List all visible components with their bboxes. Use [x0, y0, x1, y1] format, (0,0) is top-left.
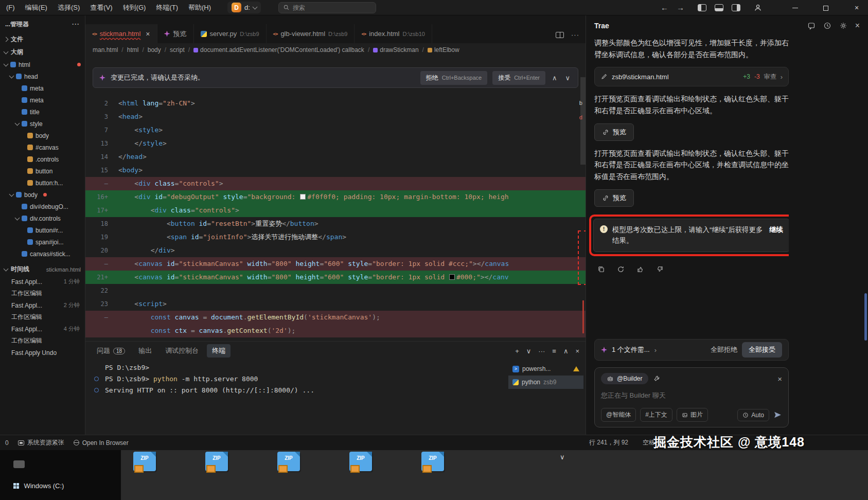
workspace-switcher[interactable]: D d:: [227, 2, 261, 13]
timeline-item[interactable]: Fast Appl...1 分钟: [0, 276, 85, 288]
filter-icon[interactable]: ≡: [552, 347, 556, 355]
copy-icon[interactable]: [594, 263, 608, 276]
new-chat-icon[interactable]: [807, 22, 816, 30]
section-outline[interactable]: 大纲: [0, 46, 85, 59]
section-files[interactable]: 文件: [0, 33, 85, 46]
more-actions-icon[interactable]: ···: [571, 31, 579, 39]
regenerate-icon[interactable]: [614, 263, 627, 276]
settings-gear-icon[interactable]: [839, 22, 847, 30]
menu-item[interactable]: 编辑(E): [20, 0, 52, 15]
code-editor[interactable]: 变更已完成，请确认是否采纳。 拒绝 Ctrl+Backspace 接受 Ctrl…: [85, 57, 586, 341]
panel-tab[interactable]: 输出: [133, 344, 157, 358]
code-line[interactable]: 18 <button id="resetBtn">重置姿势</button>: [85, 217, 586, 230]
tools-wrench-icon[interactable]: [653, 375, 661, 382]
builder-agent-chip[interactable]: @Builder: [601, 373, 648, 384]
preview-button[interactable]: 预览: [594, 189, 634, 207]
terminal-output[interactable]: PS D:\zsb9>PS D:\zsb9> python -m http.se…: [85, 360, 508, 435]
thumbs-up-icon[interactable]: [633, 263, 647, 276]
outline-item[interactable]: button: [0, 165, 85, 177]
code-line[interactable]: 3<head>: [85, 110, 586, 123]
breadcrumb-item[interactable]: leftElbow: [428, 46, 459, 53]
close-panel-icon[interactable]: ×: [575, 347, 579, 355]
outline-item[interactable]: body: [0, 189, 85, 201]
code-line[interactable]: 13 </style>: [85, 137, 586, 150]
more-actions-icon[interactable]: ···: [72, 21, 80, 28]
outline-item[interactable]: meta: [0, 82, 85, 94]
editor-tab[interactable]: server.pyD:\zsb9: [194, 24, 267, 43]
menu-item[interactable]: 终端(T): [151, 0, 183, 15]
timeline-item[interactable]: 工作区编辑: [0, 288, 85, 299]
outline-item[interactable]: div.controls: [0, 212, 85, 224]
code-line[interactable]: 2<html lang="zh-CN">: [85, 97, 586, 110]
next-change-icon[interactable]: ∨: [563, 74, 572, 82]
history-icon[interactable]: [823, 22, 831, 30]
breadcrumb-item[interactable]: drawStickman: [373, 46, 418, 53]
breadcrumb-item[interactable]: document.addEventListener('DOMContentLoa…: [193, 46, 364, 53]
outline-item[interactable]: button#r...: [0, 224, 85, 236]
maximize-button[interactable]: [814, 0, 837, 15]
breadcrumb-item[interactable]: body: [148, 46, 161, 53]
outline-item[interactable]: div#debugO...: [0, 201, 85, 212]
timeline-item[interactable]: Fast Appl...4 分钟: [0, 323, 85, 335]
send-icon[interactable]: [773, 410, 782, 419]
zip-file-icon[interactable]: ZIP: [273, 452, 306, 474]
menu-item[interactable]: (F): [1, 0, 20, 15]
close-button[interactable]: ×: [845, 0, 868, 15]
reject-button[interactable]: 拒绝 Ctrl+Backspace: [420, 71, 487, 85]
code-line[interactable]: 22: [85, 284, 586, 297]
drive-item[interactable]: Windows (C:): [13, 482, 64, 490]
chat-input-box[interactable]: @Builder × 您正在与 Builder 聊天 @智能体#上下文图片 Au…: [594, 367, 789, 427]
command-decoration-icon[interactable]: [94, 388, 99, 392]
editor-tab[interactable]: <>index.htmlD:\zsb10: [355, 24, 432, 43]
terminal-dropdown-icon[interactable]: ∨: [526, 347, 532, 355]
close-icon[interactable]: ×: [146, 30, 150, 38]
outline-item[interactable]: html: [0, 59, 85, 70]
new-terminal-icon[interactable]: +: [515, 347, 519, 355]
code-line[interactable]: 7 <style>: [85, 123, 586, 137]
chat-chip[interactable]: 图片: [677, 408, 708, 422]
code-line[interactable]: 21+ <canvas id="stickmanCanvas" width="8…: [85, 271, 586, 284]
breadcrumb-item[interactable]: man.html: [93, 46, 118, 53]
zip-file-icon[interactable]: ZIP: [417, 452, 450, 474]
code-line[interactable]: 19 <span id="jointInfo">选择关节进行拖动调整</span…: [85, 230, 586, 244]
command-decoration-icon[interactable]: [94, 377, 99, 381]
status-item[interactable]: 行 241，列 92: [589, 438, 628, 447]
menu-item[interactable]: 帮助(H): [183, 0, 216, 15]
forward-arrow-icon[interactable]: →: [677, 3, 684, 12]
editor-tab[interactable]: 预览: [157, 24, 194, 43]
editor-tab[interactable]: <>glb-viewer.htmlD:\zsb9: [267, 24, 355, 43]
code-line[interactable]: 16+ <div id="debugOutput" style="backgro…: [85, 190, 586, 204]
close-icon[interactable]: ×: [855, 21, 860, 30]
minimize-button[interactable]: [784, 0, 806, 15]
timeline-item[interactable]: 工作区编辑: [0, 311, 85, 323]
status-item[interactable]: Open In Browser: [74, 438, 129, 447]
toggle-right-sidebar-icon[interactable]: [732, 4, 740, 11]
outline-item[interactable]: head: [0, 70, 85, 82]
menu-item[interactable]: 转到(G): [118, 0, 151, 15]
more-actions-icon[interactable]: ···: [538, 347, 545, 355]
accept-button[interactable]: 接受 Ctrl+Enter: [492, 71, 545, 85]
breadcrumb-item[interactable]: script: [170, 46, 185, 53]
terminal-session[interactable]: pythonzsb9: [508, 376, 583, 389]
terminal-session[interactable]: >powersh...: [508, 362, 583, 376]
editor-scrollbar[interactable]: [580, 77, 586, 165]
editor-tab[interactable]: <>stickman.html×: [85, 24, 157, 43]
section-timeline[interactable]: 时间线 stickman.html: [0, 263, 85, 276]
code-line[interactable]: — <div class="controls">: [85, 177, 586, 190]
code-line[interactable]: — const canvas = document.getElementById…: [85, 311, 586, 324]
chevron-right-icon[interactable]: ›: [654, 346, 657, 354]
toggle-left-sidebar-icon[interactable]: [698, 4, 706, 11]
timeline-item[interactable]: Fast Apply Undo: [0, 347, 85, 359]
outline-item[interactable]: canvas#stick...: [0, 248, 85, 260]
code-line[interactable]: 14</head>: [85, 150, 586, 164]
menu-item[interactable]: 查看(V): [85, 0, 117, 15]
auto-mode-chip[interactable]: Auto: [737, 409, 769, 421]
back-arrow-icon[interactable]: ←: [661, 3, 668, 12]
code-line[interactable]: 15<body>: [85, 164, 586, 177]
preview-button[interactable]: 预览: [594, 123, 634, 141]
timeline-item[interactable]: 工作区编辑: [0, 335, 85, 347]
panel-tab[interactable]: 终端: [207, 344, 231, 358]
accept-all-button[interactable]: 全部接受: [742, 342, 782, 358]
outline-item[interactable]: title: [0, 106, 85, 118]
zip-file-icon[interactable]: ZIP: [201, 452, 234, 474]
